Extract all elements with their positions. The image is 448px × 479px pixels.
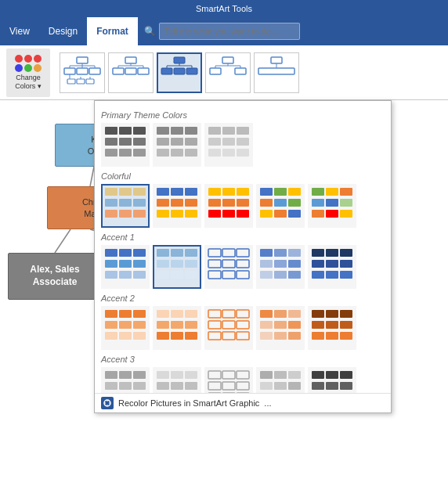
svg-rect-92: [237, 188, 249, 196]
svg-rect-157: [326, 260, 338, 268]
svg-rect-70: [222, 149, 235, 157]
svg-rect-58: [171, 138, 183, 146]
accent2-option-2[interactable]: [153, 306, 201, 350]
svg-rect-33: [210, 68, 221, 74]
colorful-option-4[interactable]: [256, 184, 305, 228]
layout-thumb-4[interactable]: [205, 52, 251, 93]
shape-alex[interactable]: Alex, SalesAssociate: [8, 253, 102, 300]
svg-rect-17: [113, 68, 124, 74]
svg-rect-106: [274, 210, 287, 218]
svg-rect-219: [157, 382, 169, 390]
svg-rect-151: [274, 271, 287, 279]
svg-rect-82: [171, 188, 183, 196]
accent3-option-3[interactable]: [204, 367, 253, 393]
svg-rect-174: [157, 321, 169, 329]
svg-rect-57: [157, 138, 169, 146]
dot-green: [24, 64, 32, 72]
svg-rect-19: [138, 68, 149, 74]
svg-rect-180: [208, 310, 221, 318]
primary-theme-option-3[interactable]: [204, 123, 253, 167]
accent3-option-2[interactable]: [153, 367, 201, 393]
accent2-option-1[interactable]: [101, 306, 150, 350]
svg-rect-71: [237, 149, 249, 157]
svg-rect-2: [77, 68, 88, 74]
svg-rect-229: [222, 382, 235, 390]
svg-rect-120: [105, 260, 117, 268]
svg-rect-207: [105, 371, 117, 379]
svg-rect-97: [222, 210, 235, 218]
svg-rect-200: [340, 310, 352, 318]
layout-thumb-3[interactable]: [157, 52, 202, 93]
svg-rect-27: [186, 68, 197, 74]
accent1-option-1[interactable]: [101, 245, 150, 289]
svg-rect-208: [119, 371, 132, 379]
primary-theme-option-2[interactable]: [153, 123, 201, 167]
svg-rect-192: [260, 321, 273, 329]
svg-rect-39: [271, 57, 282, 63]
svg-rect-47: [133, 127, 146, 135]
svg-rect-107: [288, 210, 301, 218]
svg-rect-80: [133, 210, 146, 218]
colorful-option-1[interactable]: [101, 184, 150, 228]
svg-rect-52: [119, 149, 132, 157]
svg-rect-48: [105, 138, 117, 146]
accent1-option-5[interactable]: [308, 245, 356, 289]
svg-rect-124: [119, 271, 132, 279]
svg-rect-146: [288, 249, 301, 257]
accent2-option-4[interactable]: [256, 306, 305, 350]
svg-rect-10: [77, 79, 85, 84]
accent1-option-2[interactable]: [153, 245, 201, 289]
recolor-pictures-footer[interactable]: Recolor Pictures in SmartArt Graphic ...: [95, 393, 391, 412]
colorful-option-2[interactable]: [153, 184, 201, 228]
svg-rect-53: [133, 149, 146, 157]
accent3-option-1[interactable]: [101, 367, 150, 393]
svg-rect-50: [133, 138, 146, 146]
change-colors-dropdown: Primary Theme Colors: [94, 100, 392, 413]
svg-rect-210: [105, 382, 117, 390]
ribbon-search-input[interactable]: [159, 23, 300, 40]
svg-rect-188: [237, 332, 249, 340]
svg-rect-237: [260, 382, 273, 390]
change-colors-button[interactable]: ChangeColors ▾: [6, 49, 50, 97]
svg-rect-45: [105, 127, 117, 135]
layout-thumb-5[interactable]: [254, 52, 299, 93]
svg-rect-81: [157, 188, 169, 196]
primary-theme-option-1[interactable]: [101, 123, 150, 167]
svg-rect-163: [119, 310, 132, 318]
svg-rect-122: [133, 260, 146, 268]
svg-rect-126: [157, 249, 169, 257]
tab-format[interactable]: Format: [87, 17, 138, 45]
svg-rect-175: [171, 321, 183, 329]
accent2-option-3[interactable]: [204, 306, 253, 350]
svg-rect-96: [208, 210, 221, 218]
svg-rect-171: [157, 310, 169, 318]
accent1-option-4[interactable]: [256, 245, 305, 289]
svg-rect-26: [174, 68, 185, 74]
svg-rect-131: [185, 260, 197, 268]
svg-rect-161: [340, 271, 352, 279]
accent3-option-5[interactable]: [308, 367, 356, 393]
svg-rect-117: [105, 249, 117, 257]
accent3-grid: [101, 367, 385, 393]
dot-orange: [34, 64, 42, 72]
accent1-option-3[interactable]: [204, 245, 253, 289]
dropdown-scroll-area[interactable]: Primary Theme Colors: [95, 101, 391, 393]
svg-rect-78: [105, 210, 117, 218]
layout-thumb-2[interactable]: [108, 52, 154, 93]
recolor-footer-more: ...: [264, 398, 271, 408]
tab-design[interactable]: Design: [39, 17, 87, 45]
svg-rect-158: [340, 260, 352, 268]
svg-rect-68: [237, 138, 249, 146]
svg-rect-114: [312, 210, 324, 218]
svg-rect-61: [171, 149, 183, 157]
svg-rect-103: [274, 199, 287, 207]
svg-rect-194: [288, 321, 301, 329]
layout-thumb-1[interactable]: [60, 52, 105, 93]
colorful-option-5[interactable]: [308, 184, 356, 228]
accent2-option-5[interactable]: [308, 306, 356, 350]
accent3-option-4[interactable]: [256, 367, 305, 393]
svg-rect-202: [326, 321, 338, 329]
tab-view[interactable]: View: [0, 17, 39, 45]
svg-rect-247: [326, 382, 338, 390]
colorful-option-3[interactable]: [204, 184, 253, 228]
